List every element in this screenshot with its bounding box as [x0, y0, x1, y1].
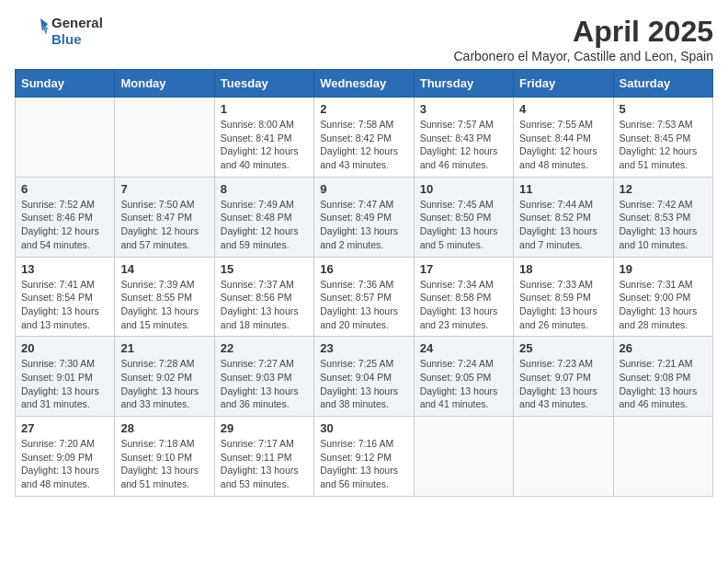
- day-info: Sunrise: 7:52 AMSunset: 8:46 PMDaylight:…: [21, 198, 108, 252]
- week-row-1: 1Sunrise: 8:00 AMSunset: 8:41 PMDaylight…: [16, 98, 713, 178]
- day-number: 16: [320, 262, 407, 276]
- calendar-cell: 17Sunrise: 7:34 AMSunset: 8:58 PMDayligh…: [414, 257, 513, 337]
- day-number: 11: [519, 182, 607, 196]
- calendar-cell: [613, 417, 712, 497]
- calendar-cell: 15Sunrise: 7:37 AMSunset: 8:56 PMDayligh…: [214, 257, 313, 337]
- day-info: Sunrise: 7:37 AMSunset: 8:56 PMDaylight:…: [221, 278, 308, 332]
- day-number: 4: [519, 102, 607, 116]
- svg-marker-1: [42, 26, 48, 35]
- day-info: Sunrise: 7:17 AMSunset: 9:11 PMDaylight:…: [221, 437, 308, 491]
- day-info: Sunrise: 7:36 AMSunset: 8:57 PMDaylight:…: [320, 278, 407, 332]
- day-info: Sunrise: 7:16 AMSunset: 9:12 PMDaylight:…: [320, 437, 407, 491]
- calendar-cell: 10Sunrise: 7:45 AMSunset: 8:50 PMDayligh…: [414, 177, 513, 257]
- day-info: Sunrise: 7:33 AMSunset: 8:59 PMDaylight:…: [519, 278, 607, 332]
- calendar-cell: 27Sunrise: 7:20 AMSunset: 9:09 PMDayligh…: [16, 417, 115, 497]
- day-info: Sunrise: 7:44 AMSunset: 8:52 PMDaylight:…: [519, 198, 607, 252]
- day-number: 29: [221, 421, 308, 435]
- day-info: Sunrise: 7:23 AMSunset: 9:07 PMDaylight:…: [519, 357, 607, 411]
- logo-general: General: [51, 15, 103, 30]
- day-info: Sunrise: 7:55 AMSunset: 8:44 PMDaylight:…: [519, 118, 607, 172]
- day-number: 20: [21, 341, 108, 355]
- day-info: Sunrise: 7:57 AMSunset: 8:43 PMDaylight:…: [420, 118, 507, 172]
- day-number: 10: [420, 182, 507, 196]
- day-info: Sunrise: 7:45 AMSunset: 8:50 PMDaylight:…: [420, 198, 507, 252]
- day-number: 28: [120, 421, 208, 435]
- day-number: 14: [120, 262, 208, 276]
- day-number: 24: [420, 341, 507, 355]
- logo-blue: Blue: [51, 31, 82, 47]
- day-info: Sunrise: 7:34 AMSunset: 8:58 PMDaylight:…: [420, 278, 507, 332]
- calendar-cell: 14Sunrise: 7:39 AMSunset: 8:55 PMDayligh…: [115, 257, 214, 337]
- calendar-cell: [514, 417, 613, 497]
- calendar-cell: 24Sunrise: 7:24 AMSunset: 9:05 PMDayligh…: [414, 337, 513, 417]
- page-subtitle: Carbonero el Mayor, Castille and Leon, S…: [453, 49, 713, 63]
- day-info: Sunrise: 7:53 AMSunset: 8:45 PMDaylight:…: [620, 118, 707, 172]
- logo-svg: [15, 15, 48, 48]
- day-number: 26: [620, 341, 707, 355]
- calendar-table: SundayMondayTuesdayWednesdayThursdayFrid…: [15, 69, 713, 497]
- day-number: 9: [320, 182, 407, 196]
- calendar-cell: 6Sunrise: 7:52 AMSunset: 8:46 PMDaylight…: [16, 177, 115, 257]
- calendar-cell: 23Sunrise: 7:25 AMSunset: 9:04 PMDayligh…: [314, 337, 414, 417]
- day-number: 8: [221, 182, 308, 196]
- calendar-cell: [16, 98, 115, 178]
- calendar-cell: 9Sunrise: 7:47 AMSunset: 8:49 PMDaylight…: [314, 177, 414, 257]
- day-info: Sunrise: 7:49 AMSunset: 8:48 PMDaylight:…: [221, 198, 308, 252]
- calendar-cell: [414, 417, 513, 497]
- day-info: Sunrise: 7:18 AMSunset: 9:10 PMDaylight:…: [120, 437, 208, 491]
- calendar-cell: 8Sunrise: 7:49 AMSunset: 8:48 PMDaylight…: [214, 177, 313, 257]
- day-number: 7: [120, 182, 208, 196]
- weekday-friday: Friday: [514, 70, 613, 98]
- day-number: 13: [21, 262, 108, 276]
- day-number: 19: [620, 262, 707, 276]
- day-info: Sunrise: 7:58 AMSunset: 8:42 PMDaylight:…: [320, 118, 407, 172]
- day-number: 23: [320, 341, 407, 355]
- day-info: Sunrise: 7:24 AMSunset: 9:05 PMDaylight:…: [420, 357, 507, 411]
- day-number: 3: [420, 102, 507, 116]
- calendar-cell: [115, 98, 214, 178]
- day-info: Sunrise: 7:41 AMSunset: 8:54 PMDaylight:…: [21, 278, 108, 332]
- weekday-tuesday: Tuesday: [214, 70, 313, 98]
- calendar-cell: 30Sunrise: 7:16 AMSunset: 9:12 PMDayligh…: [314, 417, 414, 497]
- calendar-cell: 4Sunrise: 7:55 AMSunset: 8:44 PMDaylight…: [514, 98, 613, 178]
- day-number: 2: [320, 102, 407, 116]
- day-number: 5: [620, 102, 707, 116]
- page-title: April 2025: [453, 15, 713, 49]
- day-info: Sunrise: 8:00 AMSunset: 8:41 PMDaylight:…: [221, 118, 308, 172]
- title-block: April 2025 Carbonero el Mayor, Castille …: [453, 15, 713, 63]
- week-row-2: 6Sunrise: 7:52 AMSunset: 8:46 PMDaylight…: [16, 177, 713, 257]
- day-number: 22: [221, 341, 308, 355]
- calendar-cell: 11Sunrise: 7:44 AMSunset: 8:52 PMDayligh…: [514, 177, 613, 257]
- calendar-cell: 21Sunrise: 7:28 AMSunset: 9:02 PMDayligh…: [115, 337, 214, 417]
- day-info: Sunrise: 7:50 AMSunset: 8:47 PMDaylight:…: [120, 198, 208, 252]
- day-info: Sunrise: 7:28 AMSunset: 9:02 PMDaylight:…: [120, 357, 208, 411]
- day-info: Sunrise: 7:42 AMSunset: 8:53 PMDaylight:…: [620, 198, 707, 252]
- day-info: Sunrise: 7:39 AMSunset: 8:55 PMDaylight:…: [120, 278, 208, 332]
- page-header: General Blue April 2025 Carbonero el May…: [15, 15, 713, 63]
- calendar-cell: 13Sunrise: 7:41 AMSunset: 8:54 PMDayligh…: [16, 257, 115, 337]
- calendar-cell: 2Sunrise: 7:58 AMSunset: 8:42 PMDaylight…: [314, 98, 414, 178]
- week-row-3: 13Sunrise: 7:41 AMSunset: 8:54 PMDayligh…: [16, 257, 713, 337]
- day-number: 6: [21, 182, 108, 196]
- day-info: Sunrise: 7:21 AMSunset: 9:08 PMDaylight:…: [620, 357, 707, 411]
- calendar-cell: 7Sunrise: 7:50 AMSunset: 8:47 PMDaylight…: [115, 177, 214, 257]
- calendar-cell: 16Sunrise: 7:36 AMSunset: 8:57 PMDayligh…: [314, 257, 414, 337]
- day-number: 21: [120, 341, 208, 355]
- day-number: 18: [519, 262, 607, 276]
- calendar-cell: 19Sunrise: 7:31 AMSunset: 9:00 PMDayligh…: [613, 257, 712, 337]
- calendar-cell: 5Sunrise: 7:53 AMSunset: 8:45 PMDaylight…: [613, 98, 712, 178]
- day-number: 25: [519, 341, 607, 355]
- week-row-5: 27Sunrise: 7:20 AMSunset: 9:09 PMDayligh…: [16, 417, 713, 497]
- calendar-cell: 29Sunrise: 7:17 AMSunset: 9:11 PMDayligh…: [214, 417, 313, 497]
- day-info: Sunrise: 7:31 AMSunset: 9:00 PMDaylight:…: [620, 278, 707, 332]
- day-number: 30: [320, 421, 407, 435]
- weekday-thursday: Thursday: [414, 70, 513, 98]
- day-number: 15: [221, 262, 308, 276]
- calendar-cell: 3Sunrise: 7:57 AMSunset: 8:43 PMDaylight…: [414, 98, 513, 178]
- day-info: Sunrise: 7:20 AMSunset: 9:09 PMDaylight:…: [21, 437, 108, 491]
- calendar-cell: 26Sunrise: 7:21 AMSunset: 9:08 PMDayligh…: [613, 337, 712, 417]
- calendar-cell: 1Sunrise: 8:00 AMSunset: 8:41 PMDaylight…: [214, 98, 313, 178]
- day-number: 17: [420, 262, 507, 276]
- calendar-cell: 20Sunrise: 7:30 AMSunset: 9:01 PMDayligh…: [16, 337, 115, 417]
- weekday-wednesday: Wednesday: [314, 70, 414, 98]
